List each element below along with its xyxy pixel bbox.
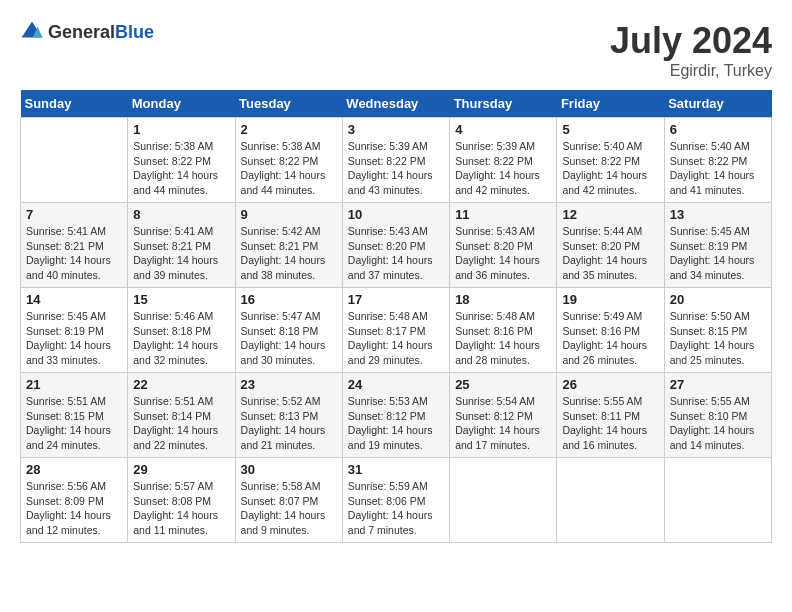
cell-w3-d1: 14Sunrise: 5:45 AMSunset: 8:19 PMDayligh… — [21, 288, 128, 373]
cell-w1-d6: 5Sunrise: 5:40 AMSunset: 8:22 PMDaylight… — [557, 118, 664, 203]
cell-w3-d7: 20Sunrise: 5:50 AMSunset: 8:15 PMDayligh… — [664, 288, 771, 373]
day-info: Sunrise: 5:49 AMSunset: 8:16 PMDaylight:… — [562, 309, 658, 368]
day-number: 4 — [455, 122, 551, 137]
cell-w1-d3: 2Sunrise: 5:38 AMSunset: 8:22 PMDaylight… — [235, 118, 342, 203]
day-number: 14 — [26, 292, 122, 307]
cell-w5-d7 — [664, 458, 771, 543]
day-info: Sunrise: 5:44 AMSunset: 8:20 PMDaylight:… — [562, 224, 658, 283]
day-info: Sunrise: 5:48 AMSunset: 8:17 PMDaylight:… — [348, 309, 444, 368]
cell-w5-d6 — [557, 458, 664, 543]
day-number: 6 — [670, 122, 766, 137]
cell-w1-d4: 3Sunrise: 5:39 AMSunset: 8:22 PMDaylight… — [342, 118, 449, 203]
location: Egirdir, Turkey — [610, 62, 772, 80]
day-info: Sunrise: 5:59 AMSunset: 8:06 PMDaylight:… — [348, 479, 444, 538]
day-number: 29 — [133, 462, 229, 477]
week-row-2: 7Sunrise: 5:41 AMSunset: 8:21 PMDaylight… — [21, 203, 772, 288]
logo-general: GeneralBlue — [48, 22, 154, 43]
col-sunday: Sunday — [21, 90, 128, 118]
day-info: Sunrise: 5:38 AMSunset: 8:22 PMDaylight:… — [133, 139, 229, 198]
cell-w3-d3: 16Sunrise: 5:47 AMSunset: 8:18 PMDayligh… — [235, 288, 342, 373]
day-info: Sunrise: 5:51 AMSunset: 8:14 PMDaylight:… — [133, 394, 229, 453]
day-number: 11 — [455, 207, 551, 222]
col-tuesday: Tuesday — [235, 90, 342, 118]
day-info: Sunrise: 5:40 AMSunset: 8:22 PMDaylight:… — [562, 139, 658, 198]
day-info: Sunrise: 5:57 AMSunset: 8:08 PMDaylight:… — [133, 479, 229, 538]
day-number: 13 — [670, 207, 766, 222]
cell-w2-d7: 13Sunrise: 5:45 AMSunset: 8:19 PMDayligh… — [664, 203, 771, 288]
day-info: Sunrise: 5:55 AMSunset: 8:10 PMDaylight:… — [670, 394, 766, 453]
day-number: 20 — [670, 292, 766, 307]
day-number: 12 — [562, 207, 658, 222]
day-number: 25 — [455, 377, 551, 392]
month-year: July 2024 — [610, 20, 772, 62]
day-number: 16 — [241, 292, 337, 307]
logo-icon — [20, 20, 44, 44]
col-wednesday: Wednesday — [342, 90, 449, 118]
header-row: Sunday Monday Tuesday Wednesday Thursday… — [21, 90, 772, 118]
day-number: 28 — [26, 462, 122, 477]
day-number: 31 — [348, 462, 444, 477]
day-number: 2 — [241, 122, 337, 137]
day-number: 10 — [348, 207, 444, 222]
cell-w4-d5: 25Sunrise: 5:54 AMSunset: 8:12 PMDayligh… — [450, 373, 557, 458]
cell-w2-d1: 7Sunrise: 5:41 AMSunset: 8:21 PMDaylight… — [21, 203, 128, 288]
day-number: 8 — [133, 207, 229, 222]
day-info: Sunrise: 5:43 AMSunset: 8:20 PMDaylight:… — [348, 224, 444, 283]
day-info: Sunrise: 5:45 AMSunset: 8:19 PMDaylight:… — [26, 309, 122, 368]
cell-w2-d6: 12Sunrise: 5:44 AMSunset: 8:20 PMDayligh… — [557, 203, 664, 288]
day-info: Sunrise: 5:39 AMSunset: 8:22 PMDaylight:… — [348, 139, 444, 198]
day-number: 3 — [348, 122, 444, 137]
day-info: Sunrise: 5:46 AMSunset: 8:18 PMDaylight:… — [133, 309, 229, 368]
day-info: Sunrise: 5:45 AMSunset: 8:19 PMDaylight:… — [670, 224, 766, 283]
cell-w3-d6: 19Sunrise: 5:49 AMSunset: 8:16 PMDayligh… — [557, 288, 664, 373]
cell-w4-d7: 27Sunrise: 5:55 AMSunset: 8:10 PMDayligh… — [664, 373, 771, 458]
day-info: Sunrise: 5:47 AMSunset: 8:18 PMDaylight:… — [241, 309, 337, 368]
day-number: 18 — [455, 292, 551, 307]
day-number: 1 — [133, 122, 229, 137]
col-friday: Friday — [557, 90, 664, 118]
day-info: Sunrise: 5:58 AMSunset: 8:07 PMDaylight:… — [241, 479, 337, 538]
day-number: 22 — [133, 377, 229, 392]
day-number: 7 — [26, 207, 122, 222]
cell-w4-d4: 24Sunrise: 5:53 AMSunset: 8:12 PMDayligh… — [342, 373, 449, 458]
day-info: Sunrise: 5:50 AMSunset: 8:15 PMDaylight:… — [670, 309, 766, 368]
day-info: Sunrise: 5:43 AMSunset: 8:20 PMDaylight:… — [455, 224, 551, 283]
day-info: Sunrise: 5:38 AMSunset: 8:22 PMDaylight:… — [241, 139, 337, 198]
cell-w4-d6: 26Sunrise: 5:55 AMSunset: 8:11 PMDayligh… — [557, 373, 664, 458]
logo: GeneralBlue — [20, 20, 154, 44]
cell-w3-d5: 18Sunrise: 5:48 AMSunset: 8:16 PMDayligh… — [450, 288, 557, 373]
cell-w5-d2: 29Sunrise: 5:57 AMSunset: 8:08 PMDayligh… — [128, 458, 235, 543]
day-number: 24 — [348, 377, 444, 392]
day-info: Sunrise: 5:41 AMSunset: 8:21 PMDaylight:… — [26, 224, 122, 283]
week-row-5: 28Sunrise: 5:56 AMSunset: 8:09 PMDayligh… — [21, 458, 772, 543]
col-saturday: Saturday — [664, 90, 771, 118]
week-row-1: 1Sunrise: 5:38 AMSunset: 8:22 PMDaylight… — [21, 118, 772, 203]
day-info: Sunrise: 5:54 AMSunset: 8:12 PMDaylight:… — [455, 394, 551, 453]
day-info: Sunrise: 5:42 AMSunset: 8:21 PMDaylight:… — [241, 224, 337, 283]
cell-w4-d2: 22Sunrise: 5:51 AMSunset: 8:14 PMDayligh… — [128, 373, 235, 458]
title-block: July 2024 Egirdir, Turkey — [610, 20, 772, 80]
cell-w1-d1 — [21, 118, 128, 203]
cell-w3-d4: 17Sunrise: 5:48 AMSunset: 8:17 PMDayligh… — [342, 288, 449, 373]
day-number: 21 — [26, 377, 122, 392]
day-info: Sunrise: 5:51 AMSunset: 8:15 PMDaylight:… — [26, 394, 122, 453]
cell-w5-d5 — [450, 458, 557, 543]
week-row-4: 21Sunrise: 5:51 AMSunset: 8:15 PMDayligh… — [21, 373, 772, 458]
page-header: GeneralBlue July 2024 Egirdir, Turkey — [20, 20, 772, 80]
cell-w2-d4: 10Sunrise: 5:43 AMSunset: 8:20 PMDayligh… — [342, 203, 449, 288]
day-number: 26 — [562, 377, 658, 392]
col-monday: Monday — [128, 90, 235, 118]
day-number: 19 — [562, 292, 658, 307]
cell-w2-d3: 9Sunrise: 5:42 AMSunset: 8:21 PMDaylight… — [235, 203, 342, 288]
col-thursday: Thursday — [450, 90, 557, 118]
cell-w4-d3: 23Sunrise: 5:52 AMSunset: 8:13 PMDayligh… — [235, 373, 342, 458]
day-info: Sunrise: 5:53 AMSunset: 8:12 PMDaylight:… — [348, 394, 444, 453]
day-number: 15 — [133, 292, 229, 307]
calendar-table: Sunday Monday Tuesday Wednesday Thursday… — [20, 90, 772, 543]
day-info: Sunrise: 5:55 AMSunset: 8:11 PMDaylight:… — [562, 394, 658, 453]
day-info: Sunrise: 5:41 AMSunset: 8:21 PMDaylight:… — [133, 224, 229, 283]
cell-w1-d2: 1Sunrise: 5:38 AMSunset: 8:22 PMDaylight… — [128, 118, 235, 203]
day-info: Sunrise: 5:56 AMSunset: 8:09 PMDaylight:… — [26, 479, 122, 538]
day-number: 30 — [241, 462, 337, 477]
cell-w2-d5: 11Sunrise: 5:43 AMSunset: 8:20 PMDayligh… — [450, 203, 557, 288]
